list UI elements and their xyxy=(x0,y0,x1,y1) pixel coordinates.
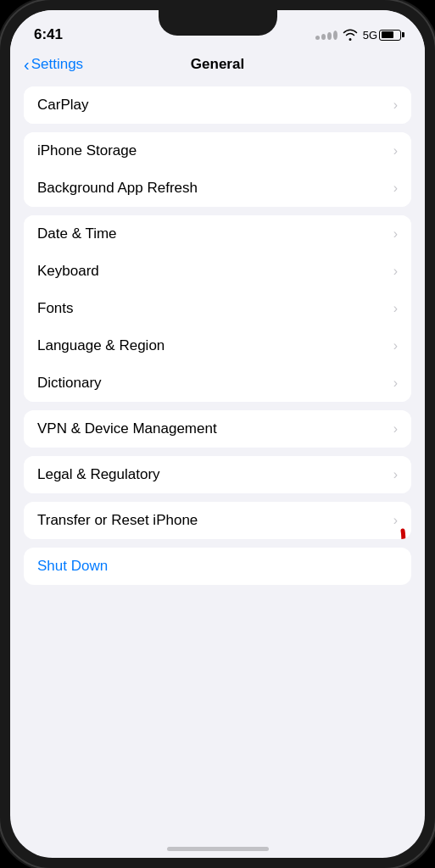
list-item[interactable]: iPhone Storage › xyxy=(24,132,411,170)
item-label: Legal & Regulatory xyxy=(37,466,160,483)
group-storage: iPhone Storage › Background App Refresh … xyxy=(24,132,411,207)
list-item[interactable]: Legal & Regulatory › xyxy=(24,456,411,493)
list-item[interactable]: Fonts › xyxy=(24,290,411,327)
wifi-icon xyxy=(343,29,358,41)
signal-icon xyxy=(315,31,337,40)
battery-icon: 5G xyxy=(363,29,401,42)
back-label: Settings xyxy=(31,56,83,73)
item-label: Transfer or Reset iPhone xyxy=(37,512,198,529)
list-item[interactable]: Date & Time › xyxy=(24,215,411,253)
item-label: CarPlay xyxy=(37,97,88,114)
chevron-right-icon: › xyxy=(393,181,398,196)
item-label: Fonts xyxy=(37,300,74,317)
item-label: Dictionary xyxy=(37,375,102,392)
list-item[interactable]: Background App Refresh › xyxy=(24,170,411,207)
list-item[interactable]: Language & Region › xyxy=(24,327,411,364)
phone-screen: 6:41 5G xyxy=(10,10,425,858)
chevron-right-icon: › xyxy=(393,338,398,353)
chevron-right-icon: › xyxy=(393,376,398,391)
item-label: Date & Time xyxy=(37,225,117,242)
back-button[interactable]: ‹ Settings xyxy=(24,56,83,73)
back-chevron-icon: ‹ xyxy=(24,56,30,73)
nav-bar: ‹ Settings General xyxy=(10,53,425,80)
item-label: Language & Region xyxy=(37,337,165,354)
list-item[interactable]: Dictionary › xyxy=(24,364,411,402)
item-label: Background App Refresh xyxy=(37,180,198,197)
list-item[interactable]: Keyboard › xyxy=(24,253,411,290)
transfer-reset-item[interactable]: Transfer or Reset iPhone › xyxy=(24,502,411,539)
page-title: General xyxy=(191,56,244,73)
phone-frame: 6:41 5G xyxy=(0,0,435,868)
item-label: Keyboard xyxy=(37,263,99,280)
home-indicator xyxy=(167,847,269,851)
status-icons: 5G xyxy=(315,29,401,42)
chevron-right-icon: › xyxy=(393,301,398,316)
list-item[interactable]: CarPlay › xyxy=(24,86,411,124)
chevron-right-icon: › xyxy=(393,421,398,437)
chevron-right-icon: › xyxy=(393,97,398,113)
group-vpn: VPN & Device Management › xyxy=(24,410,411,448)
chevron-right-icon: › xyxy=(393,513,398,528)
group-transfer: Transfer or Reset iPhone › xyxy=(24,502,411,539)
item-label: VPN & Device Management xyxy=(37,420,217,437)
item-label: iPhone Storage xyxy=(37,142,137,159)
settings-content: CarPlay › iPhone Storage › Background Ap… xyxy=(10,80,425,843)
chevron-right-icon: › xyxy=(393,226,398,242)
list-item[interactable]: VPN & Device Management › xyxy=(24,410,411,448)
shutdown-button[interactable]: Shut Down xyxy=(24,548,411,585)
notch xyxy=(159,10,277,36)
group-carplay: CarPlay › xyxy=(24,86,411,124)
chevron-right-icon: › xyxy=(393,264,398,279)
status-time: 6:41 xyxy=(34,26,63,43)
group-legal: Legal & Regulatory › xyxy=(24,456,411,493)
chevron-right-icon: › xyxy=(393,467,398,482)
chevron-right-icon: › xyxy=(393,143,398,159)
group-datetime: Date & Time › Keyboard › Fonts › Languag… xyxy=(24,215,411,402)
